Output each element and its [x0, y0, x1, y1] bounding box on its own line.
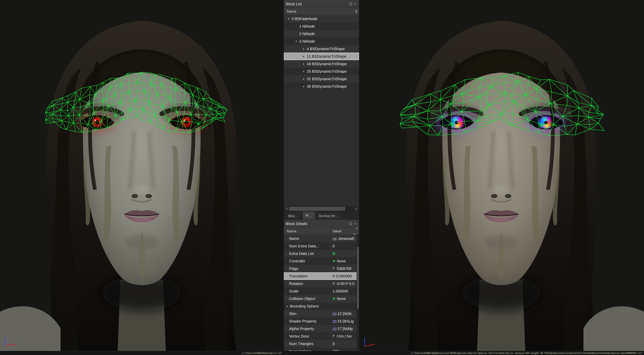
block-details-table: NameJenassaE Num Extra Data...0 Extra Da… [284, 235, 359, 351]
block-details-column-header[interactable]: Name Value [284, 228, 359, 235]
expander-icon[interactable]: ▸ [301, 77, 307, 81]
detail-row-alpha-property[interactable]: Alpha Property17 [NiAlp [284, 325, 359, 333]
left-file-path: C:/Users/91986/Desktop/l2.nif [0, 352, 284, 355]
scroll-down-icon [356, 228, 358, 233]
left-3d-render [0, 0, 284, 351]
detail-row-rotation[interactable]: RotationY -0.00 P 0.0 [284, 280, 359, 287]
close-dock-icon[interactable]: × [354, 222, 357, 226]
scrollbar-thumb[interactable] [290, 207, 345, 211]
expander-icon[interactable]: ▸ [301, 70, 307, 73]
tree-item-trishape-11-selected[interactable]: ▸11 BSDynamicTriShape [284, 53, 359, 60]
tab-archive-browser[interactable]: Archive Br… [316, 212, 342, 219]
block-list-column-header[interactable]: Name [284, 8, 359, 15]
side-panel: Block List × Name ▾0 BSFadeNode 1 NiNode… [284, 0, 360, 351]
nostril [132, 194, 138, 198]
block-list-title: Block List [286, 2, 302, 6]
detail-row-scale[interactable]: Scale1.000000 [284, 287, 359, 295]
detail-row-num-triangles[interactable]: Num Triangles0 [284, 340, 359, 348]
tree-item-bsfadenode[interactable]: ▾0 BSFadeNode [284, 15, 359, 22]
tree-item-ninode-2[interactable]: 2 NiNode [284, 30, 359, 37]
detail-row-collision-object[interactable]: Collision ObjectNone [284, 295, 359, 302]
scroll-up-icon [355, 10, 358, 11]
add-link-icon[interactable] [332, 260, 336, 263]
expander-icon[interactable]: ▸ [301, 62, 307, 65]
detail-row-bounding-sphere[interactable]: ▸Bounding Sphere [284, 302, 359, 310]
scroll-up-icon [354, 229, 356, 234]
expander-icon[interactable]: ▾ [293, 40, 299, 43]
tab-header[interactable]: H… [302, 211, 315, 219]
horizontal-scrollbar[interactable]: ◂ ▸ [284, 206, 359, 211]
tree-item-trishape-38[interactable]: ▸38 BSDynamicTriShape [284, 83, 359, 90]
block-list-titlebar: Block List × [284, 0, 359, 8]
flag-icon [332, 267, 335, 270]
right-render-viewport[interactable] [360, 0, 644, 351]
block-list-empty-area [284, 90, 359, 206]
block-details-titlebar: Block Details × [284, 220, 359, 228]
float-dock-icon[interactable] [349, 3, 352, 5]
detail-row-num-vertices[interactable]: Num Vertices102 [284, 348, 359, 351]
flag-icon [332, 335, 335, 338]
detail-row-num-extra-data[interactable]: Num Extra Data...0 [284, 242, 359, 250]
tree-item-trishape-31[interactable]: ▸31 BSDynamicTriShape [284, 75, 359, 83]
name-column-label: Name [284, 229, 330, 233]
name-column-label: Name [287, 9, 296, 13]
value-column-label: Value [330, 228, 354, 235]
tree-item-trishape-25[interactable]: ▸25 BSDynamicTriShape [284, 68, 359, 75]
tree-item-trishape-4[interactable]: ▸4 BSDynamicTriShape [284, 45, 359, 53]
close-dock-icon[interactable]: × [354, 2, 357, 6]
right-3d-render [360, 0, 644, 351]
axis-gizmo [362, 334, 377, 349]
detail-row-translation-selected[interactable]: TranslationX 0.000000 [284, 272, 359, 280]
expander-icon[interactable]: ▾ [286, 17, 292, 20]
tree-item-trishape-18[interactable]: ▸18 BSDynamicTriShape [284, 60, 359, 68]
tree-item-ninode-3[interactable]: ▾3 NiNode [284, 37, 359, 45]
array-icon [332, 252, 335, 255]
scroll-left-icon[interactable]: ◂ [284, 206, 289, 211]
float-dock-icon[interactable] [349, 222, 352, 225]
x-axis [5, 344, 16, 346]
tree-item-ninode-1[interactable]: 1 NiNode [284, 22, 359, 30]
detail-row-controller[interactable]: ControllerNone [284, 257, 359, 265]
expander-icon[interactable]: ▸ [301, 55, 307, 58]
status-bar: C:/Users/91986/Desktop/l2.nif C:/Users/9… [0, 351, 644, 355]
scrollbar-thumb[interactable] [357, 247, 359, 309]
scroll-arrows[interactable] [355, 10, 359, 13]
nostril [146, 194, 152, 198]
nifskope-dual-window: Block List × Name ▾0 BSFadeNode 1 NiNode… [0, 0, 644, 355]
string-icon [332, 237, 337, 241]
expander-icon[interactable]: ▸ [301, 85, 307, 88]
link-icon [332, 313, 336, 315]
scroll-down-icon [355, 12, 358, 13]
link-icon [332, 320, 336, 322]
detail-row-flags[interactable]: Flags5368709 [284, 265, 359, 272]
dock-tabbar: Bloc… H… Archive Br… [284, 211, 359, 220]
expander-icon[interactable]: ▸ [301, 47, 307, 50]
block-details-title: Block Details [286, 222, 308, 226]
tab-block-list[interactable]: Bloc… [285, 212, 302, 219]
scroll-right-icon[interactable]: ▸ [354, 206, 359, 211]
link-icon [332, 328, 336, 330]
detail-row-vertex-desc[interactable]: Vertex DescUVs | No [284, 333, 359, 340]
detail-row-shader-property[interactable]: Shader Property15 [BSLig [284, 318, 359, 325]
scroll-arrows[interactable] [354, 229, 359, 233]
x-axis [365, 344, 375, 346]
expander-icon[interactable]: ▸ [285, 305, 290, 308]
detail-row-extra-data-list[interactable]: Extra Data List [284, 250, 359, 257]
detail-row-skin[interactable]: Skin12 [NiSk [284, 310, 359, 318]
add-link-icon[interactable] [332, 297, 336, 300]
detail-row-name[interactable]: NameJenassaE [284, 235, 359, 242]
left-render-viewport[interactable] [0, 0, 284, 351]
axis-gizmo [3, 334, 18, 349]
right-file-path: C:/Users/91986/AppData/Local/ModOrganize… [360, 352, 644, 355]
vertical-scrollbar[interactable] [356, 235, 359, 351]
